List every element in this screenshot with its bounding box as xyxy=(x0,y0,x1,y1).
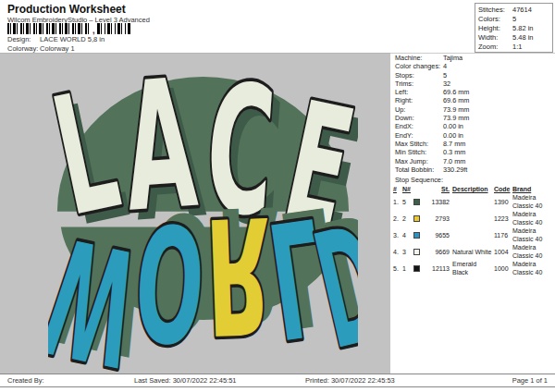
stop-sequence-row: 4. 3 9669 Natural White 1004 Madeira Cla… xyxy=(393,243,555,260)
machine-row: Right:69.6 mm xyxy=(390,96,555,104)
machine-row: Total Bobbin:330.29ft xyxy=(390,165,555,174)
colorway-value: Colorway 1 xyxy=(40,44,75,53)
stat-zoom: Zoom:1:1 xyxy=(475,43,552,52)
machine-row: Machine:Tajima xyxy=(390,54,555,62)
machine-row: Stops:5 xyxy=(390,71,555,80)
design-name-row: Design: LACE WORLD 5,8 in xyxy=(7,35,105,43)
last-saved: Last Saved: 30/07/2022 22:45:51 xyxy=(134,376,237,385)
machine-row: Max Stitch:8.7 mm xyxy=(390,140,555,148)
thread-color-chip xyxy=(413,199,420,205)
barcode-segment-1 xyxy=(7,23,91,34)
stat-width: Width:5.48 in xyxy=(475,33,552,43)
page-title: Production Worksheet xyxy=(7,3,126,16)
stat-colors: Colors:5 xyxy=(475,15,552,24)
barcode-comma: , xyxy=(92,27,95,34)
page-number: Page 1 of 1 xyxy=(512,376,548,385)
created-by: Created By: xyxy=(7,376,44,385)
stop-sequence-table: # N# St. Description Code Brand 1. 5 133… xyxy=(393,185,555,276)
machine-row: Max Jump:7.0 mm xyxy=(390,157,555,165)
worksheet-footer: Created By: Last Saved: 30/07/2022 22:45… xyxy=(0,374,555,392)
colorway-label: Colorway: xyxy=(7,44,38,53)
stop-sequence-row: 2. 2 2793 1223 Madeira Classic 40 xyxy=(393,210,555,227)
thread-color-chip xyxy=(413,215,420,222)
machine-row: EndX:0.00 in xyxy=(390,122,555,130)
printed-timestamp: Printed: 30/07/2022 22:45:53 xyxy=(305,376,395,385)
thread-color-chip xyxy=(413,265,420,272)
stat-height: Height:5.82 in xyxy=(475,24,552,33)
machine-row: Up:73.9 mm xyxy=(390,105,555,114)
thread-color-chip xyxy=(413,232,420,239)
colorway-row: Colorway: Colorway 1 xyxy=(7,44,75,53)
design-canvas: L A C E L A C E W O R L D xyxy=(0,53,390,374)
lace-world-embroidery-design: L A C E L A C E W O R L D xyxy=(48,67,358,373)
worksheet-header: Production Worksheet Wilcom EmbroiderySt… xyxy=(0,0,555,53)
stop-sequence-row: 5. 1 12113 Emerald Black 1000 Madeira Cl… xyxy=(393,260,555,276)
design-label: Design: xyxy=(7,35,38,43)
machine-row: Left:69.6 mm xyxy=(390,88,555,96)
stat-stitches: Stitches:47614 xyxy=(475,6,552,15)
machine-row: Color changes:4 xyxy=(390,62,555,70)
machine-row: EndY:0.00 in xyxy=(390,131,555,140)
stop-sequence-title: Stop Sequence: xyxy=(390,176,555,184)
stop-sequence-header-row: # N# St. Description Code Brand xyxy=(393,185,555,193)
machine-row: Trims:32 xyxy=(390,80,555,88)
machine-row: Down:73.9 mm xyxy=(390,114,555,122)
design-stats-box: Stitches:47614 Colors:5 Height:5.82 in W… xyxy=(475,3,553,53)
design-barcode: , xyxy=(7,23,130,34)
barcode-segment-2 xyxy=(97,23,130,34)
stop-sequence-row: 1. 5 13382 1390 Madeira Classic 40 xyxy=(393,193,555,210)
design-value: LACE WORLD 5,8 in xyxy=(40,35,105,43)
design-letter-O-mirrored: O xyxy=(130,187,210,373)
machine-info-panel: Machine:Tajima Color changes:4 Stops:5 T… xyxy=(390,53,555,374)
thread-color-chip xyxy=(413,249,420,255)
machine-row: Min Stitch:0.3 mm xyxy=(390,148,555,156)
production-worksheet-page: Production Worksheet Wilcom EmbroiderySt… xyxy=(0,0,555,392)
stop-sequence-row: 3. 4 9655 1176 Madeira Classic 40 xyxy=(393,227,555,243)
